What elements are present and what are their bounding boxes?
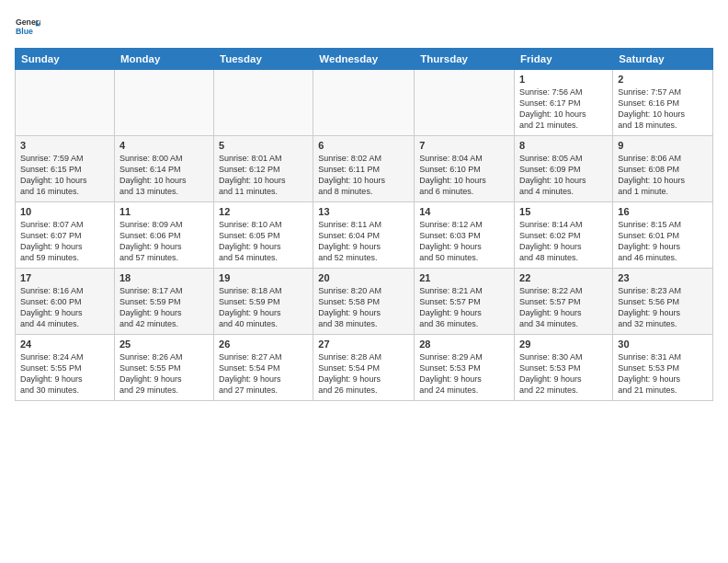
day-number: 9 — [618, 140, 708, 151]
day-number: 22 — [519, 272, 608, 283]
day-cell: 5Sunrise: 8:01 AM Sunset: 6:12 PM Daylig… — [214, 136, 313, 202]
logo-icon: General Blue — [15, 15, 40, 40]
day-info: Sunrise: 8:20 AM Sunset: 5:58 PM Dayligh… — [318, 285, 409, 330]
day-cell: 13Sunrise: 8:11 AM Sunset: 6:04 PM Dayli… — [313, 202, 415, 269]
day-info: Sunrise: 8:17 AM Sunset: 5:59 PM Dayligh… — [119, 285, 209, 330]
day-info: Sunrise: 8:29 AM Sunset: 5:53 PM Dayligh… — [419, 351, 509, 396]
day-cell: 1Sunrise: 7:56 AM Sunset: 6:17 PM Daylig… — [515, 70, 613, 136]
day-number: 12 — [219, 206, 308, 217]
day-cell: 2Sunrise: 7:57 AM Sunset: 6:16 PM Daylig… — [613, 70, 713, 136]
day-cell: 3Sunrise: 7:59 AM Sunset: 6:15 PM Daylig… — [16, 136, 115, 202]
day-number: 13 — [318, 206, 409, 217]
day-number: 20 — [318, 272, 409, 283]
header-cell-sunday: Sunday — [16, 49, 115, 70]
day-info: Sunrise: 8:22 AM Sunset: 5:57 PM Dayligh… — [519, 285, 608, 330]
day-number: 1 — [519, 74, 608, 85]
day-cell: 26Sunrise: 8:27 AM Sunset: 5:54 PM Dayli… — [214, 335, 313, 401]
day-cell: 21Sunrise: 8:21 AM Sunset: 5:57 PM Dayli… — [415, 269, 515, 335]
day-number: 3 — [20, 140, 109, 151]
day-number: 14 — [419, 206, 509, 217]
day-cell: 28Sunrise: 8:29 AM Sunset: 5:53 PM Dayli… — [415, 335, 515, 401]
day-info: Sunrise: 8:02 AM Sunset: 6:11 PM Dayligh… — [318, 153, 409, 198]
day-cell — [114, 70, 213, 136]
day-info: Sunrise: 8:21 AM Sunset: 5:57 PM Dayligh… — [419, 285, 509, 330]
day-info: Sunrise: 8:07 AM Sunset: 6:07 PM Dayligh… — [20, 219, 109, 264]
day-number: 30 — [618, 339, 708, 350]
day-info: Sunrise: 8:05 AM Sunset: 6:09 PM Dayligh… — [519, 153, 608, 198]
day-cell: 14Sunrise: 8:12 AM Sunset: 6:03 PM Dayli… — [415, 202, 515, 269]
svg-text:Blue: Blue — [16, 27, 33, 36]
day-cell — [415, 70, 515, 136]
header-cell-monday: Monday — [114, 49, 213, 70]
header-cell-tuesday: Tuesday — [214, 49, 313, 70]
day-info: Sunrise: 8:31 AM Sunset: 5:53 PM Dayligh… — [618, 351, 708, 396]
day-number: 4 — [119, 140, 209, 151]
day-cell: 12Sunrise: 8:10 AM Sunset: 6:05 PM Dayli… — [214, 202, 313, 269]
day-cell: 25Sunrise: 8:26 AM Sunset: 5:55 PM Dayli… — [114, 335, 213, 401]
day-cell: 7Sunrise: 8:04 AM Sunset: 6:10 PM Daylig… — [415, 136, 515, 202]
header-row: SundayMondayTuesdayWednesdayThursdayFrid… — [16, 49, 713, 70]
day-number: 19 — [219, 272, 308, 283]
day-number: 2 — [618, 74, 708, 85]
calendar-body: 1Sunrise: 7:56 AM Sunset: 6:17 PM Daylig… — [16, 70, 713, 401]
day-cell: 22Sunrise: 8:22 AM Sunset: 5:57 PM Dayli… — [515, 269, 613, 335]
day-info: Sunrise: 8:15 AM Sunset: 6:01 PM Dayligh… — [618, 219, 708, 264]
day-cell: 8Sunrise: 8:05 AM Sunset: 6:09 PM Daylig… — [515, 136, 613, 202]
day-number: 15 — [519, 206, 608, 217]
day-number: 16 — [618, 206, 708, 217]
day-info: Sunrise: 8:01 AM Sunset: 6:12 PM Dayligh… — [219, 153, 308, 198]
day-info: Sunrise: 8:18 AM Sunset: 5:59 PM Dayligh… — [219, 285, 308, 330]
day-number: 5 — [219, 140, 308, 151]
week-row-5: 24Sunrise: 8:24 AM Sunset: 5:55 PM Dayli… — [16, 335, 713, 401]
day-cell — [214, 70, 313, 136]
day-cell: 30Sunrise: 8:31 AM Sunset: 5:53 PM Dayli… — [613, 335, 713, 401]
day-cell: 10Sunrise: 8:07 AM Sunset: 6:07 PM Dayli… — [16, 202, 115, 269]
day-info: Sunrise: 7:57 AM Sunset: 6:16 PM Dayligh… — [618, 86, 708, 132]
day-info: Sunrise: 8:26 AM Sunset: 5:55 PM Dayligh… — [119, 351, 209, 396]
day-cell: 6Sunrise: 8:02 AM Sunset: 6:11 PM Daylig… — [313, 136, 415, 202]
day-cell: 20Sunrise: 8:20 AM Sunset: 5:58 PM Dayli… — [313, 269, 415, 335]
week-row-3: 10Sunrise: 8:07 AM Sunset: 6:07 PM Dayli… — [16, 202, 713, 269]
day-cell: 4Sunrise: 8:00 AM Sunset: 6:14 PM Daylig… — [114, 136, 213, 202]
day-info: Sunrise: 8:11 AM Sunset: 6:04 PM Dayligh… — [318, 219, 409, 264]
day-number: 24 — [20, 339, 109, 350]
day-info: Sunrise: 8:00 AM Sunset: 6:14 PM Dayligh… — [119, 153, 209, 198]
day-number: 8 — [519, 140, 608, 151]
day-number: 17 — [20, 272, 109, 283]
day-cell: 23Sunrise: 8:23 AM Sunset: 5:56 PM Dayli… — [613, 269, 713, 335]
day-info: Sunrise: 8:24 AM Sunset: 5:55 PM Dayligh… — [20, 351, 109, 396]
day-number: 6 — [318, 140, 409, 151]
day-info: Sunrise: 8:04 AM Sunset: 6:10 PM Dayligh… — [419, 153, 509, 198]
day-cell: 17Sunrise: 8:16 AM Sunset: 6:00 PM Dayli… — [16, 269, 115, 335]
day-number: 28 — [419, 339, 509, 350]
day-info: Sunrise: 8:14 AM Sunset: 6:02 PM Dayligh… — [519, 219, 608, 264]
day-number: 25 — [119, 339, 209, 350]
day-info: Sunrise: 8:23 AM Sunset: 5:56 PM Dayligh… — [618, 285, 708, 330]
day-cell: 15Sunrise: 8:14 AM Sunset: 6:02 PM Dayli… — [515, 202, 613, 269]
calendar-header: SundayMondayTuesdayWednesdayThursdayFrid… — [16, 49, 713, 70]
week-row-2: 3Sunrise: 7:59 AM Sunset: 6:15 PM Daylig… — [16, 136, 713, 202]
day-cell: 27Sunrise: 8:28 AM Sunset: 5:54 PM Dayli… — [313, 335, 415, 401]
header-cell-saturday: Saturday — [613, 49, 713, 70]
day-number: 26 — [219, 339, 308, 350]
day-info: Sunrise: 8:28 AM Sunset: 5:54 PM Dayligh… — [318, 351, 409, 396]
day-cell: 19Sunrise: 8:18 AM Sunset: 5:59 PM Dayli… — [214, 269, 313, 335]
day-info: Sunrise: 7:56 AM Sunset: 6:17 PM Dayligh… — [519, 86, 608, 132]
day-number: 21 — [419, 272, 509, 283]
day-number: 27 — [318, 339, 409, 350]
day-cell: 11Sunrise: 8:09 AM Sunset: 6:06 PM Dayli… — [114, 202, 213, 269]
day-number: 10 — [20, 206, 109, 217]
day-info: Sunrise: 7:59 AM Sunset: 6:15 PM Dayligh… — [20, 153, 109, 198]
day-info: Sunrise: 8:09 AM Sunset: 6:06 PM Dayligh… — [119, 219, 209, 264]
day-cell: 29Sunrise: 8:30 AM Sunset: 5:53 PM Dayli… — [515, 335, 613, 401]
day-info: Sunrise: 8:12 AM Sunset: 6:03 PM Dayligh… — [419, 219, 509, 264]
week-row-1: 1Sunrise: 7:56 AM Sunset: 6:17 PM Daylig… — [16, 70, 713, 136]
day-cell — [313, 70, 415, 136]
day-info: Sunrise: 8:27 AM Sunset: 5:54 PM Dayligh… — [219, 351, 308, 396]
day-cell — [16, 70, 115, 136]
day-info: Sunrise: 8:06 AM Sunset: 6:08 PM Dayligh… — [618, 153, 708, 198]
day-cell: 9Sunrise: 8:06 AM Sunset: 6:08 PM Daylig… — [613, 136, 713, 202]
day-number: 23 — [618, 272, 708, 283]
day-info: Sunrise: 8:30 AM Sunset: 5:53 PM Dayligh… — [519, 351, 608, 396]
header-cell-friday: Friday — [515, 49, 613, 70]
